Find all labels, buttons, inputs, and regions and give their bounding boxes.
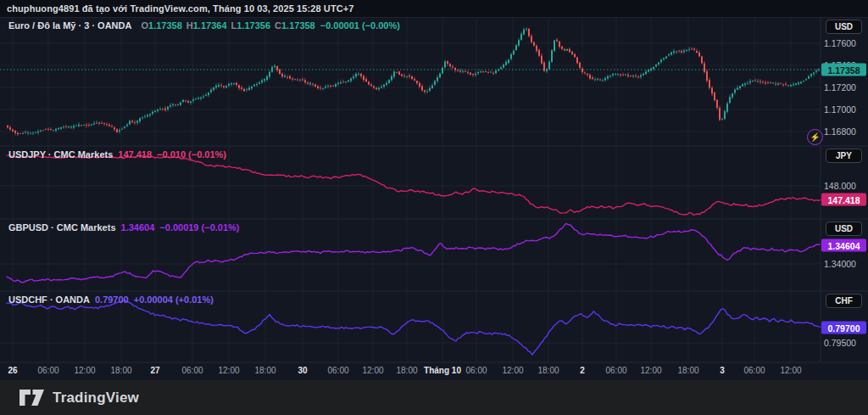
symbol-title[interactable]: GBPUSD · CMC Markets — [8, 222, 116, 233]
candle-body — [302, 80, 303, 81]
candle-body — [810, 74, 812, 76]
candle-body — [42, 130, 44, 131]
candle-body — [459, 70, 461, 71]
candle-body — [225, 86, 227, 87]
time-axis-label: 18:00 — [110, 366, 131, 375]
candle-body — [98, 122, 100, 123]
candle-body — [467, 72, 469, 73]
attribution-text: chuphuong4891 đã tạo với TradingView.com… — [7, 3, 354, 14]
time-axis-label: 06:00 — [37, 366, 58, 375]
candle-body — [594, 80, 596, 81]
candle-body — [800, 82, 802, 84]
last-value: 1.34604 — [121, 222, 155, 233]
candle-body — [429, 88, 431, 91]
candle-body — [793, 84, 794, 85]
currency-button-jpy[interactable]: JPY — [826, 149, 862, 163]
symbol-title[interactable]: USDCHF · OANDA — [8, 294, 90, 305]
legend-eurusd[interactable]: Euro / Đô la Mỹ · 3 · OANDAO1.17358H1.17… — [8, 20, 400, 31]
usdjpy-line — [7, 155, 821, 215]
candle-body — [426, 92, 428, 93]
candle-body — [716, 100, 718, 108]
tradingview-brand-text[interactable]: TradingView — [53, 390, 139, 407]
candle-body — [406, 76, 408, 77]
candle-body — [622, 75, 624, 76]
candle-body — [434, 81, 436, 85]
candle-body — [17, 133, 19, 135]
candle-body — [554, 40, 555, 51]
candle-body — [75, 126, 77, 126]
candle-body — [342, 82, 344, 83]
symbol-title[interactable]: USDJPY · CMC Markets — [8, 149, 113, 160]
candle-body — [220, 85, 222, 86]
candle-body — [248, 87, 250, 90]
candle-body — [676, 52, 677, 53]
candle-body — [409, 76, 410, 76]
tradingview-logo-icon[interactable] — [19, 390, 45, 406]
candle-body — [480, 71, 481, 72]
candle-body — [190, 102, 192, 103]
candle-body — [739, 86, 741, 88]
time-axis-label: 2 — [580, 366, 585, 375]
candle-body — [83, 125, 85, 126]
candle-body — [808, 76, 810, 79]
candle-body — [772, 82, 774, 83]
currency-button-usd[interactable]: USD — [826, 222, 862, 236]
candle-body — [12, 130, 14, 132]
price-scale-label: 1.16800 — [824, 126, 856, 137]
candle-body — [437, 77, 438, 81]
candle-body — [704, 64, 705, 72]
candle-body — [327, 86, 329, 87]
currency-button-usd[interactable]: USD — [826, 20, 862, 34]
chart-canvas[interactable] — [0, 17, 868, 365]
time-axis-label: 18:00 — [537, 366, 559, 375]
candle-body — [632, 76, 634, 76]
tradingview-snapshot: chuphuong4891 đã tạo với TradingView.com… — [0, 0, 868, 415]
candle-body — [177, 104, 179, 105]
legend-usdchf[interactable]: USDCHF · OANDA0.79700+0.00004 (+0.01%) — [8, 294, 214, 305]
candle-body — [297, 80, 298, 81]
candle-body — [556, 40, 558, 42]
symbol-title[interactable]: Euro / Đô la Mỹ · 3 · OANDA — [8, 20, 131, 31]
candle-body — [749, 81, 751, 83]
candle-body — [131, 121, 133, 122]
candle-body — [124, 126, 125, 128]
legend-gbpusd[interactable]: GBPUSD · CMC Markets1.34604−0.00019 (−0.… — [8, 222, 239, 233]
candle-body — [815, 70, 817, 71]
time-axis-label: 18:00 — [677, 366, 698, 375]
candle-body — [121, 129, 123, 130]
candle-body — [223, 87, 225, 88]
candle-body — [312, 84, 314, 85]
price-scale-label: 148.000 — [824, 181, 856, 191]
candle-body — [782, 85, 784, 86]
candle-body — [19, 133, 21, 134]
candle-body — [482, 71, 484, 72]
currency-button-chf[interactable]: CHF — [826, 294, 862, 308]
candle-body — [261, 81, 263, 83]
candle-body — [304, 81, 306, 83]
candle-body — [180, 103, 181, 105]
candle-body — [673, 51, 675, 53]
time-axis-label: 06:00 — [605, 366, 626, 375]
candle-body — [360, 74, 362, 76]
candle-body — [358, 74, 359, 75]
last-price-label: 1.34604 — [821, 239, 866, 252]
candle-body — [584, 72, 586, 73]
time-axis-label: 06:00 — [181, 366, 203, 375]
legend-usdjpy[interactable]: USDJPY · CMC Markets147.418−0.010 (−0.01… — [8, 149, 226, 160]
candle-body — [314, 85, 316, 87]
candle-body — [388, 80, 390, 83]
candle-body — [665, 57, 667, 59]
lightning-icon[interactable]: ⚡ — [807, 129, 823, 145]
high-value: 1.17364 — [193, 20, 227, 31]
candle-body — [345, 81, 347, 82]
candle-body — [777, 83, 779, 84]
candle-body — [195, 99, 197, 100]
candle-body — [251, 87, 253, 88]
change-value: −0.00001 (−0.00%) — [320, 20, 400, 31]
candle-body — [604, 78, 606, 80]
candle-body — [533, 42, 535, 46]
candle-body — [65, 126, 67, 127]
candle-body — [719, 108, 721, 120]
time-axis-label: 12:00 — [362, 366, 383, 375]
candle-body — [393, 71, 395, 76]
